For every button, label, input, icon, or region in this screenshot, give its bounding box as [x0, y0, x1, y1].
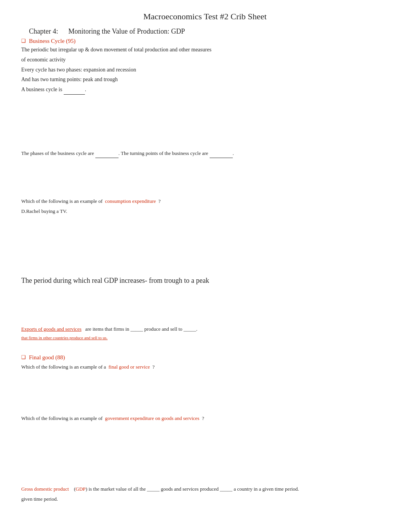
final-good-label: Final good (88) — [29, 354, 65, 361]
chapter-heading: Chapter 4: Monitoring the Value of Produ… — [21, 25, 389, 36]
real-gdp-block: The period during which real GDP increas… — [21, 275, 389, 286]
diagram-space-7 — [21, 427, 389, 484]
final-good-bullet: ❑ Final good (88) — [21, 354, 389, 361]
body-line-2: of economic activity — [21, 55, 389, 65]
diagram-space-4 — [21, 294, 389, 325]
chapter-subtitle: Monitoring the Value of Production: GDP — [68, 27, 185, 35]
gdp-term-label: Gross domestic product — [21, 486, 69, 492]
business-cycle-body: The periodic but irregular up & down mov… — [21, 45, 389, 95]
gdp-definition: is the market value of all the _____ goo… — [88, 486, 299, 492]
body-line-1: The periodic but irregular up & down mov… — [21, 45, 389, 54]
final-good-term: final good or service — [108, 364, 150, 370]
phases-question-block: The phases of the business cycle are . T… — [21, 149, 389, 158]
diagram-space-3 — [21, 218, 389, 268]
final-good-before: Which of the following is an example of … — [21, 364, 106, 370]
govt-expenditure-question: Which of the following is an example of … — [21, 414, 389, 423]
final-good-question: Which of the following is an example of … — [21, 362, 389, 371]
diagram-space-2 — [21, 162, 389, 197]
exports-question: are items that firms in _____ produce an… — [85, 326, 198, 332]
govt-term: government expenditure on goods and serv… — [105, 415, 199, 421]
bullet-icon-1: ❑ — [21, 38, 26, 44]
business-cycle-bullet: ❑ Business Cycle (95) — [21, 38, 389, 44]
bullet-icon-2: ❑ — [21, 354, 26, 360]
govt-before: Which of the following is an example of — [21, 415, 102, 421]
consumption-term: consumption expenditure — [105, 198, 156, 204]
consumption-question-text: Which of the following is an example of … — [21, 197, 389, 206]
body-line-4: And has two turning points: peak and tro… — [21, 75, 389, 84]
exports-sub-label: that firms in other countries produce an… — [21, 335, 108, 340]
diagram-space-6 — [21, 375, 389, 414]
body-line-5: A business cycle is . — [21, 85, 389, 95]
gdp-definition-block: Gross domestic product (GDP) is the mark… — [21, 484, 389, 503]
final-good-section: ❑ Final good (88) Which of the following… — [21, 354, 389, 371]
chapter-number: Chapter 4: — [29, 27, 58, 35]
consumption-before: Which of the following is an example of — [21, 198, 102, 204]
business-cycle-section: ❑ Business Cycle (95) The periodic but i… — [21, 38, 389, 95]
govt-expenditure-block: Which of the following is an example of … — [21, 414, 389, 423]
phases-question-text: The phases of the business cycle are . T… — [21, 149, 389, 158]
exports-question-text: Exports of goods and services are items … — [21, 325, 389, 333]
body-line-3: Every cycle has two phases: expansion an… — [21, 65, 389, 75]
exports-label: Exports of goods and services — [21, 326, 81, 332]
govt-after: ? — [202, 415, 204, 421]
diagram-space-1 — [21, 102, 389, 149]
consumption-after: ? — [158, 198, 161, 204]
gdp-continued: given time period. — [21, 495, 389, 503]
business-cycle-label: Business Cycle (95) — [29, 38, 76, 44]
consumption-question-block: Which of the following is an example of … — [21, 197, 389, 216]
spacer-5 — [21, 343, 389, 354]
consumption-answer: D.Rachel buying a TV. — [21, 207, 389, 216]
exports-block: Exports of goods and services are items … — [21, 325, 389, 340]
real-gdp-statement: The period during which real GDP increas… — [21, 275, 389, 286]
gdp-definition-text: Gross domestic product (GDP) is the mark… — [21, 484, 389, 493]
gdp-abbr: GDP — [76, 486, 86, 492]
final-good-after: ? — [152, 364, 155, 370]
page-title: Macroeconomics Test #2 Crib Sheet — [21, 12, 389, 22]
